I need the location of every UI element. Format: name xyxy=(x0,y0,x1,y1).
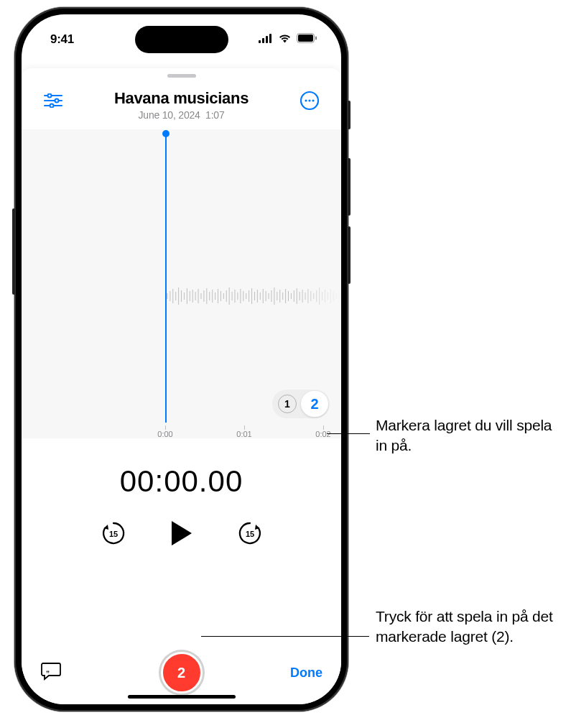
layer-selector[interactable]: 1 2 xyxy=(272,390,330,418)
skip-back-icon: 15 xyxy=(100,520,127,550)
svg-point-14 xyxy=(305,99,307,101)
svg-point-12 xyxy=(50,104,54,108)
volume-down-button xyxy=(348,226,351,284)
recording-title: Havana musicians xyxy=(69,89,294,108)
playhead[interactable] xyxy=(165,134,167,423)
svg-rect-0 xyxy=(259,40,261,43)
volume-up-button xyxy=(348,158,351,216)
tick-label: 0:01 xyxy=(236,430,251,438)
svg-point-16 xyxy=(312,99,314,101)
power-button xyxy=(12,208,15,295)
phone-frame: 9:41 xyxy=(14,7,348,711)
callout-layer: Markera lagret du vill spela in på. xyxy=(376,415,555,456)
svg-text:15: 15 xyxy=(108,530,117,538)
record-button[interactable]: 2 xyxy=(161,652,203,694)
svg-rect-2 xyxy=(266,36,268,43)
recording-subtitle: June 10, 2024 1:07 xyxy=(69,109,294,121)
sliders-icon xyxy=(44,93,62,111)
wifi-icon xyxy=(278,32,292,47)
sheet-grabber[interactable] xyxy=(167,74,196,78)
battery-icon xyxy=(297,32,317,47)
layer-option-2[interactable]: 2 xyxy=(301,391,328,417)
waveform xyxy=(165,280,341,312)
svg-text:„: „ xyxy=(46,665,50,673)
skip-forward-icon: 15 xyxy=(236,520,264,550)
skip-back-button[interactable]: 15 xyxy=(99,520,128,549)
status-time: 9:41 xyxy=(50,32,74,47)
waveform-area[interactable]: 0:00 0:01 0:02 1 2 xyxy=(22,129,341,438)
play-button[interactable] xyxy=(170,519,194,550)
timeline-ticks: 0:00 0:01 0:02 xyxy=(22,424,341,438)
layer-option-1[interactable]: 1 xyxy=(274,391,301,417)
tick-label: 0:00 xyxy=(157,430,172,438)
home-indicator[interactable] xyxy=(128,695,236,699)
editor-sheet: Havana musicians June 10, 2024 1:07 xyxy=(22,68,341,704)
play-icon xyxy=(170,538,194,550)
record-layer-badge: 2 xyxy=(177,665,185,681)
cellular-icon xyxy=(259,32,273,47)
more-button[interactable] xyxy=(297,89,322,115)
skip-forward-button[interactable]: 15 xyxy=(236,520,264,549)
svg-point-15 xyxy=(308,99,310,101)
svg-rect-5 xyxy=(298,34,313,42)
options-button[interactable] xyxy=(40,89,66,115)
done-button[interactable]: Done xyxy=(290,665,322,681)
action-button xyxy=(348,101,351,129)
svg-text:15: 15 xyxy=(245,530,254,538)
callout-record: Tryck för att spela in på det markerade … xyxy=(376,607,562,648)
dynamic-island xyxy=(135,26,228,53)
svg-rect-6 xyxy=(315,37,317,40)
svg-rect-3 xyxy=(269,34,271,43)
ellipsis-circle-icon xyxy=(300,91,320,114)
callout-line xyxy=(201,636,369,637)
transcript-button[interactable]: „ xyxy=(40,661,62,684)
svg-point-8 xyxy=(48,94,52,98)
svg-point-10 xyxy=(55,99,59,103)
timer-display: 00:00.00 xyxy=(22,464,341,499)
svg-rect-1 xyxy=(262,38,264,43)
callout-line xyxy=(327,433,370,434)
playback-controls: 15 xyxy=(22,519,341,550)
tick-label: 0:02 xyxy=(315,430,330,438)
speech-bubble-icon: „ xyxy=(40,671,62,683)
screen: 9:41 xyxy=(22,14,341,704)
